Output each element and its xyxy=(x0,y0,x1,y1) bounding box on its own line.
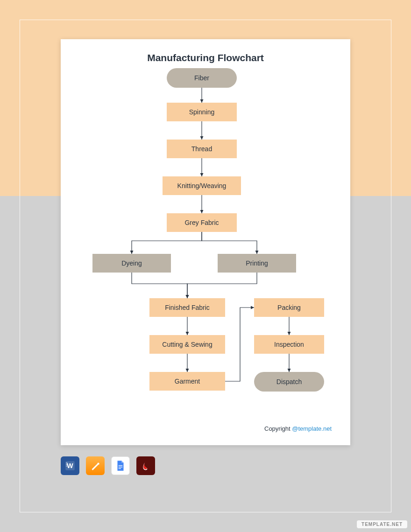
svg-point-5 xyxy=(97,463,99,465)
copyright-text: Copyright @template.net xyxy=(264,425,332,432)
node-greyfab: Grey Fabric xyxy=(167,213,237,232)
node-fiber: Fiber xyxy=(167,68,237,88)
document-page: Manufacturing Flowchart FiberSpinningThr… xyxy=(61,39,350,445)
node-inspect: Inspection xyxy=(254,335,324,354)
svg-rect-2 xyxy=(66,463,67,463)
node-cutsew: Cutting & Sewing xyxy=(149,335,225,354)
svg-rect-3 xyxy=(66,464,67,465)
svg-rect-4 xyxy=(66,466,67,466)
copyright-link[interactable]: @template.net xyxy=(292,425,332,432)
node-dyeing: Dyeing xyxy=(92,254,171,273)
pdf-icon xyxy=(136,456,155,475)
file-format-icons: W xyxy=(61,456,155,475)
node-printing: Printing xyxy=(218,254,296,273)
node-packing: Packing xyxy=(254,298,324,317)
svg-rect-7 xyxy=(119,467,123,467)
svg-rect-8 xyxy=(119,468,121,469)
word-icon: W xyxy=(61,456,79,475)
node-garment: Garment xyxy=(149,372,225,391)
node-dispatch: Dispatch xyxy=(254,372,324,392)
svg-rect-6 xyxy=(119,465,123,466)
gdocs-icon xyxy=(111,456,130,475)
node-spinning: Spinning xyxy=(167,103,237,121)
watermark: TEMPLATE.NET xyxy=(357,520,407,528)
svg-text:W: W xyxy=(67,462,73,469)
node-knit: Knitting/Weaving xyxy=(163,176,241,195)
flowchart-title: Manufacturing Flowchart xyxy=(61,52,350,63)
pages-icon xyxy=(86,456,105,475)
node-thread: Thread xyxy=(167,140,237,158)
node-finfab: Finished Fabric xyxy=(149,298,225,317)
